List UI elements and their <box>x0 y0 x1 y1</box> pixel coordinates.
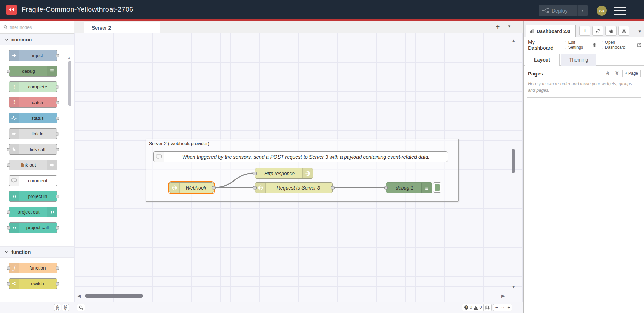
canvas-scroll-right-arrow[interactable]: ▶ <box>501 293 505 298</box>
canvas-search-button[interactable] <box>77 304 85 311</box>
warning-count: 0 <box>480 305 482 310</box>
node-port[interactable] <box>56 54 59 57</box>
palette-node-function[interactable]: ƒ function <box>9 263 57 273</box>
node-port[interactable] <box>7 163 10 167</box>
node-port[interactable] <box>56 266 59 270</box>
sidebar-tab-dashboard[interactable]: Dashboard 2.0 <box>526 25 576 37</box>
tab-list-caret[interactable]: ▾ <box>508 24 510 29</box>
palette-scroll-up-arrow[interactable]: ▲ <box>67 56 71 60</box>
node-port[interactable] <box>212 186 216 189</box>
zoom-reset-button[interactable]: ○ <box>499 304 506 311</box>
exclamation-icon: ! <box>9 97 19 107</box>
node-port[interactable] <box>56 226 59 229</box>
palette-node-link-in[interactable]: link in <box>9 128 57 139</box>
canvas-scroll-left-arrow[interactable]: ◀ <box>77 293 81 298</box>
chevron-down-icon <box>5 39 8 41</box>
user-avatar[interactable]: su <box>597 6 607 16</box>
open-dashboard-button[interactable]: Open Dashboard <box>602 41 644 49</box>
node-port[interactable] <box>7 226 10 229</box>
palette-node-link-out[interactable]: link out <box>9 160 57 170</box>
node-port[interactable] <box>56 85 59 88</box>
palette-node-link-call[interactable]: link call <box>9 144 57 155</box>
search-icon <box>79 305 83 310</box>
sidebar: Dashboard 2.0 i ▾ My Dashboard Edit Sett… <box>523 21 644 313</box>
inject-icon <box>9 50 19 61</box>
node-port[interactable] <box>56 117 59 120</box>
zoom-out-button[interactable]: − <box>493 304 500 311</box>
palette-node-project-in[interactable]: project in <box>9 191 57 202</box>
node-webhook[interactable]: Webhook <box>169 182 214 193</box>
main-menu-button[interactable] <box>614 7 626 15</box>
deploy-button[interactable]: Deploy ▾ <box>539 5 588 16</box>
page-move-up-button[interactable]: ≪ <box>604 70 612 77</box>
add-flow-button[interactable]: + <box>496 23 500 31</box>
sidebar-header: Dashboard 2.0 i ▾ <box>524 21 644 37</box>
bug-icon <box>609 29 613 33</box>
page-move-down-button[interactable]: ≪ <box>613 70 621 77</box>
double-chevron-down-icon: ≪ <box>615 71 620 76</box>
tab-theming[interactable]: Theming <box>561 54 596 66</box>
palette-node-inject[interactable]: inject <box>9 50 57 61</box>
node-port[interactable] <box>56 148 59 151</box>
node-request-to-server-3[interactable]: Request to Server 3 <box>255 182 333 193</box>
node-port[interactable] <box>384 186 388 189</box>
palette-expand-all-button[interactable]: ≪ <box>62 304 69 311</box>
node-debug-1[interactable]: debug 1 <box>386 182 432 193</box>
comment-text: When triggered by the sensors, send a PO… <box>154 154 448 160</box>
node-port[interactable] <box>7 210 10 214</box>
debug-list-icon <box>47 66 57 76</box>
palette-node-project-out[interactable]: project out <box>9 207 57 217</box>
palette-node-status[interactable]: status <box>9 113 57 123</box>
add-page-button[interactable]: + Page <box>622 70 641 77</box>
zoom-in-button[interactable]: + <box>506 304 512 311</box>
info-button[interactable]: i <box>579 26 590 36</box>
settings-gear-button[interactable] <box>618 26 629 36</box>
canvas-hscrollbar-thumb[interactable] <box>85 294 143 298</box>
node-port[interactable] <box>56 282 59 285</box>
debug-enable-toggle[interactable] <box>433 182 441 193</box>
palette-node-comment[interactable]: comment <box>9 175 57 186</box>
canvas-scroll-up-arrow[interactable]: ▲ <box>511 38 516 43</box>
palette-scrollbar-thumb[interactable] <box>68 61 71 106</box>
category-label: common <box>11 37 32 42</box>
tab-layout[interactable]: Layout <box>525 54 560 66</box>
flow-tab-server-2[interactable]: Server 2 <box>84 22 160 33</box>
palette-category-function[interactable]: function <box>0 246 74 258</box>
palette-search[interactable]: filter nodes <box>0 21 74 34</box>
link-arrow-icon <box>9 129 19 139</box>
switch-fork-icon <box>9 279 19 289</box>
node-port[interactable] <box>7 148 10 151</box>
deploy-options-caret[interactable]: ▾ <box>577 5 588 16</box>
node-port[interactable] <box>56 101 59 104</box>
palette-node-debug[interactable]: debug <box>9 66 57 77</box>
palette-node-catch[interactable]: ! catch <box>9 97 57 108</box>
node-port[interactable] <box>7 282 10 285</box>
navigator-map-button[interactable] <box>483 304 492 311</box>
palette-collapse-all-button[interactable]: ≪ <box>54 304 61 311</box>
palette-node-project-call[interactable]: project call <box>9 222 57 233</box>
palette-node-switch[interactable]: switch <box>9 278 57 289</box>
canvas-vscrollbar-thumb[interactable] <box>512 149 515 173</box>
node-port[interactable] <box>331 186 335 189</box>
node-port[interactable] <box>7 266 10 270</box>
node-port[interactable] <box>7 70 10 73</box>
sidebar-options-caret[interactable]: ▾ <box>638 29 641 34</box>
footer-toolbar: ≪ ≪ ! 0 0 − ○ + <box>0 302 523 313</box>
edit-settings-button[interactable]: Edit Settings <box>565 41 599 49</box>
palette-node-complete[interactable]: ! complete <box>9 81 57 92</box>
help-book-button[interactable] <box>592 26 603 36</box>
node-port[interactable] <box>253 172 257 175</box>
flow-status-badge[interactable]: ! 0 0 <box>462 304 484 311</box>
canvas-scroll-down-arrow[interactable]: ▼ <box>511 284 516 289</box>
palette-category-common[interactable]: common <box>0 34 74 45</box>
comment-node[interactable]: When triggered by the sensors, send a PO… <box>153 151 448 162</box>
node-red-app: Fragile-Common-Yellowthroat-2706 Deploy … <box>0 0 644 313</box>
node-port[interactable] <box>56 195 59 198</box>
flow-canvas[interactable]: Server 2 ( webhook provider) When trigge… <box>74 33 523 302</box>
node-http-response[interactable]: Http response <box>255 168 313 179</box>
book-icon <box>596 29 600 33</box>
workspace-tab-bar: Server 2 + ▾ <box>74 21 523 33</box>
node-port[interactable] <box>56 132 59 135</box>
node-port[interactable] <box>253 186 257 189</box>
debug-bug-button[interactable] <box>605 26 617 36</box>
